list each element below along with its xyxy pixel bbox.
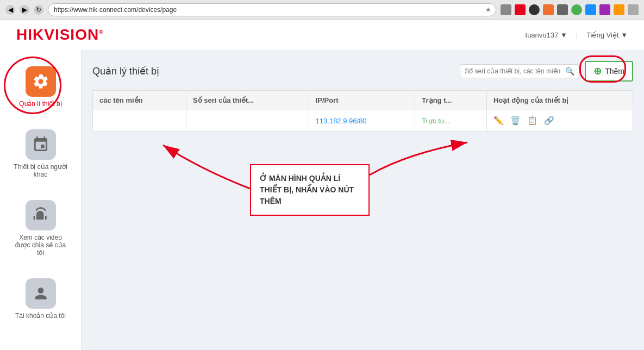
browser-ext-9 [614,4,624,15]
main-layout: Quản lí thiết bị Thiết bị của người khác… [0,50,644,350]
browser-chrome: ◀ ▶ ↻ https://www.hik-connect.com/device… [0,0,644,20]
col-serial: Số seri của thiết... [186,91,309,110]
action-icons: ✏️ 🗑️ 📋 🔗 [493,116,626,126]
sidebar-item-other-devices[interactable]: Thiết bị của người khác [8,124,73,184]
sidebar-label-shared-videos: Xem các video được chia sẻ của tôi [14,234,68,257]
sidebar-label-my-account: Tài khoản của tôi [15,312,66,320]
plus-icon: ⊕ [593,65,602,77]
browser-ext-10 [628,4,639,15]
browser-ext-4 [543,4,554,15]
header-right: tuanvu137 ▼ | Tiếng Việt ▼ [526,31,628,39]
sidebar-label-other-devices: Thiết bị của người khác [14,163,68,178]
account-icon [32,285,49,302]
annotation-box: Ở MÀN HÌNH QUẢN LÍ THIẾT BỊ, NHẤN VÀO NÚ… [250,164,370,216]
share-icon[interactable]: 🔗 [544,116,554,126]
sidebar-item-shared-videos[interactable]: Xem các video được chia sẻ của tôi [8,195,73,262]
col-status: Trạng t... [415,91,487,110]
col-domain: các tên miền [93,91,186,110]
browser-ext-6 [571,4,582,15]
back-button[interactable]: ◀ [5,5,15,15]
browser-ext-1 [501,4,511,15]
browser-ext-3 [529,4,540,15]
language-menu[interactable]: Tiếng Việt ▼ [586,31,628,39]
sidebar-label-manage-devices: Quản lí thiết bị [19,100,61,108]
cell-status: Trực tu... [415,110,487,132]
url-text: https://www.hik-connect.com/devices/page [54,6,177,14]
page-header: HIKVISION® tuanvu137 ▼ | Tiếng Việt ▼ [0,20,644,50]
page-title: Quản lý thiết bị [92,65,159,77]
sidebar-item-my-account[interactable]: Tài khoản của tôi [8,273,73,325]
edit-icon[interactable]: ✏️ [493,116,504,126]
delete-icon[interactable]: 🗑️ [510,116,521,126]
my-account-icon-wrap [26,278,56,309]
sidebar: Quản lí thiết bị Thiết bị của người khác… [0,50,82,350]
video-icon [32,207,49,224]
annotation-text: Ở MÀN HÌNH QUẢN LÍ THIẾT BỊ, NHẤN VÀO NÚ… [260,173,360,207]
table-header-row: các tên miền Số seri của thiết... IP/Por… [93,91,633,110]
forward-button[interactable]: ▶ [20,5,29,15]
content-area: Quản lý thiết bị 🔍 ⊕ Thêm các tên miền [82,50,644,350]
browser-ext-7 [585,4,596,15]
search-box: 🔍 [460,64,579,78]
col-actions: Hoạt động của thiết bị [486,91,633,110]
search-add-row: 🔍 ⊕ Thêm [460,61,633,82]
hikvision-logo: HIKVISION® [16,26,104,43]
search-button[interactable]: 🔍 [565,67,574,76]
device-table: các tên miền Số seri của thiết... IP/Por… [92,90,633,132]
cell-domain [93,110,186,132]
browser-ext-5 [557,4,568,15]
add-button-label: Thêm [605,67,624,76]
table-row: 113.182.9.96/80 Trực tu... ✏️ 🗑️ 📋 🔗 [93,110,633,132]
cell-ip[interactable]: 113.182.9.96/80 [309,110,415,132]
devices-icon [32,136,49,153]
url-bar[interactable]: https://www.hik-connect.com/devices/page… [48,3,496,16]
manage-devices-icon-wrap [26,66,56,97]
sidebar-item-manage-devices[interactable]: Quản lí thiết bị [8,61,73,113]
browser-ext-2 [515,4,526,15]
browser-toolbar [501,4,639,15]
refresh-button[interactable]: ↻ [34,5,43,15]
add-device-button[interactable]: ⊕ Thêm [585,61,633,82]
cell-serial [186,110,309,132]
col-ip: IP/Port [309,91,415,110]
gear-icon [32,73,49,90]
other-devices-icon-wrap [26,129,56,160]
add-btn-wrap: ⊕ Thêm [585,61,633,82]
cell-actions: ✏️ 🗑️ 📋 🔗 [486,110,633,132]
search-input[interactable] [465,67,565,75]
shared-videos-icon-wrap [26,200,56,230]
browser-ext-8 [599,4,610,15]
content-header: Quản lý thiết bị 🔍 ⊕ Thêm [92,61,633,82]
copy-icon[interactable]: 📋 [527,116,537,126]
user-menu[interactable]: tuanvu137 ▼ [526,31,567,39]
